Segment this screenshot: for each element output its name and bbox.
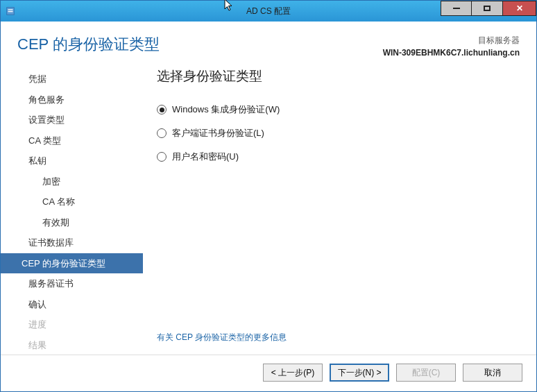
content-heading: 选择身份验证类型 xyxy=(157,67,520,85)
auth-options: Windows 集成身份验证(W)客户端证书身份验证(L)用户名和密码(U) xyxy=(157,103,520,174)
sidebar-item-13: 结果 xyxy=(1,335,143,356)
configure-button[interactable]: 配置(C) xyxy=(396,364,456,382)
next-button[interactable]: 下一步(N) > xyxy=(330,364,389,382)
footer-buttons: < 上一步(P) 下一步(N) > 配置(C) 取消 xyxy=(1,355,536,391)
target-server-label: 目标服务器 xyxy=(383,34,520,46)
sidebar-item-6[interactable]: CA 名称 xyxy=(1,191,143,212)
cancel-button[interactable]: 取消 xyxy=(463,364,522,382)
radio-icon xyxy=(157,128,167,138)
wizard-window: AD CS 配置 ✕ CEP 的身份验证类型 目标服务器 WIN-309EBHM… xyxy=(0,0,537,392)
svg-rect-1 xyxy=(8,9,13,10)
auth-option-2[interactable]: 用户名和密码(U) xyxy=(157,151,520,163)
maximize-button[interactable] xyxy=(472,1,503,16)
sidebar-item-2[interactable]: 设置类型 xyxy=(1,110,143,130)
auth-option-1[interactable]: 客户端证书身份验证(L) xyxy=(157,127,520,139)
radio-icon xyxy=(157,105,167,114)
header: CEP 的身份验证类型 目标服务器 WIN-309EBHMK6C7.lichun… xyxy=(1,22,536,65)
sidebar-item-7[interactable]: 有效期 xyxy=(1,212,143,233)
sidebar-item-4[interactable]: 私钥 xyxy=(1,151,143,171)
close-button[interactable]: ✕ xyxy=(503,1,536,16)
sidebar-item-3[interactable]: CA 类型 xyxy=(1,130,143,151)
target-server-value: WIN-309EBHMK6C7.lichunliang.cn xyxy=(383,46,520,59)
body: 凭据角色服务设置类型CA 类型私钥加密CA 名称有效期证书数据库CEP 的身份验… xyxy=(1,65,536,355)
title-bar[interactable]: AD CS 配置 ✕ xyxy=(1,1,536,22)
app-icon xyxy=(1,6,20,16)
auth-option-label: Windows 集成身份验证(W) xyxy=(172,103,280,116)
sidebar-item-1[interactable]: 角色服务 xyxy=(1,90,143,110)
sidebar-item-8[interactable]: 证书数据库 xyxy=(1,232,143,253)
prev-button[interactable]: < 上一步(P) xyxy=(263,364,323,382)
sidebar-nav: 凭据角色服务设置类型CA 类型私钥加密CA 名称有效期证书数据库CEP 的身份验… xyxy=(1,65,143,355)
window-controls: ✕ xyxy=(441,1,536,16)
minimize-button[interactable] xyxy=(441,1,472,16)
content-pane: 选择身份验证类型 Windows 集成身份验证(W)客户端证书身份验证(L)用户… xyxy=(143,65,534,355)
svg-rect-2 xyxy=(8,11,13,12)
sidebar-item-11[interactable]: 确认 xyxy=(1,294,143,315)
radio-icon xyxy=(157,152,167,162)
sidebar-item-10[interactable]: 服务器证书 xyxy=(1,273,143,294)
more-info-link[interactable]: 有关 CEP 身份验证类型的更多信息 xyxy=(157,332,287,342)
page-title: CEP 的身份验证类型 xyxy=(17,34,160,55)
more-info-row: 有关 CEP 身份验证类型的更多信息 xyxy=(157,330,520,343)
target-server-block: 目标服务器 WIN-309EBHMK6C7.lichunliang.cn xyxy=(383,34,520,59)
auth-option-0[interactable]: Windows 集成身份验证(W) xyxy=(157,103,520,116)
sidebar-item-0[interactable]: 凭据 xyxy=(1,69,143,90)
sidebar-item-5[interactable]: 加密 xyxy=(1,171,143,192)
auth-option-label: 客户端证书身份验证(L) xyxy=(172,127,264,139)
auth-option-label: 用户名和密码(U) xyxy=(172,151,239,163)
sidebar-item-9[interactable]: CEP 的身份验证类型 xyxy=(1,253,143,274)
sidebar-item-12: 进度 xyxy=(1,314,143,335)
